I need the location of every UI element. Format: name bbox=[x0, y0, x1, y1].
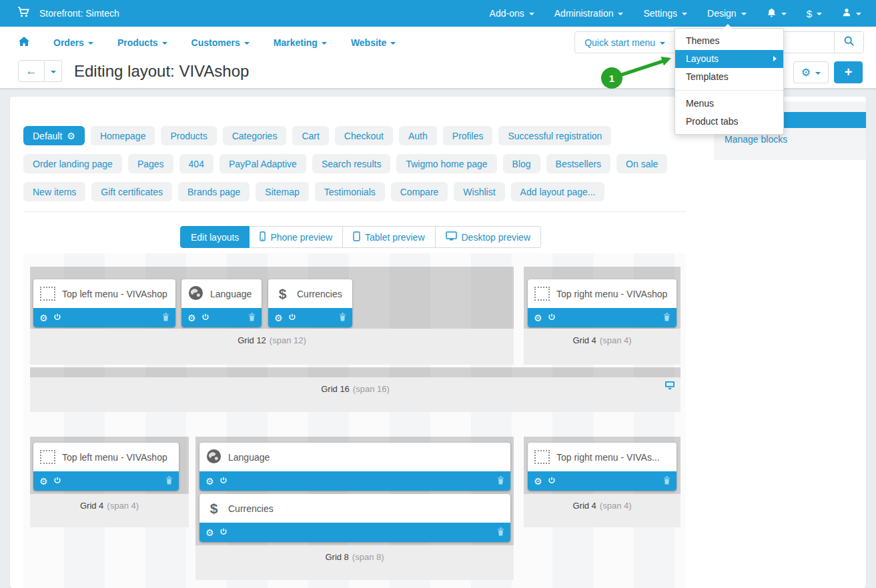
layout-page-pill[interactable]: Wishlist bbox=[454, 182, 504, 201]
search-button[interactable] bbox=[834, 32, 863, 53]
menu-item-layouts[interactable]: Layouts bbox=[675, 50, 783, 68]
block-delete-icon[interactable] bbox=[162, 312, 169, 324]
manage-blocks-link[interactable]: Manage blocks bbox=[725, 134, 787, 145]
layout-page-pill[interactable]: Twigmo home page bbox=[396, 154, 496, 173]
block-delete-icon[interactable] bbox=[165, 475, 173, 487]
block-label: Top right menu - VIVAs... bbox=[556, 452, 660, 463]
menu-item-menus[interactable]: Menus bbox=[675, 95, 783, 113]
tab-phone-preview[interactable]: Phone preview bbox=[250, 226, 343, 248]
home-button[interactable] bbox=[19, 37, 29, 48]
block-power-icon[interactable] bbox=[548, 312, 556, 324]
block-settings-icon[interactable]: ⚙ bbox=[274, 313, 283, 323]
block-top-left-menu[interactable]: Top left menu - VIVAshop ⚙ bbox=[33, 443, 179, 491]
tab-tablet-preview[interactable]: Tablet preview bbox=[343, 226, 436, 248]
nav-item-marketing[interactable]: Marketing bbox=[274, 37, 327, 48]
layout-page-pill[interactable]: Blog bbox=[503, 154, 540, 173]
desktop-only-icon[interactable] bbox=[665, 381, 675, 392]
layout-page-pill-default[interactable]: Default ⚙ bbox=[23, 126, 85, 145]
currency-menu[interactable]: $ bbox=[807, 8, 822, 19]
nav-item-website[interactable]: Website bbox=[351, 37, 396, 48]
layout-editor-canvas: Top left menu - VIVAshop ⚙ Language ⚙ $ … bbox=[23, 253, 686, 588]
layout-page-pill[interactable]: Testimonials bbox=[315, 182, 385, 201]
layout-page-pill[interactable]: Order landing page bbox=[23, 154, 122, 173]
menu-item-product-tabs[interactable]: Product tabs bbox=[675, 113, 783, 131]
block-settings-icon[interactable]: ⚙ bbox=[534, 476, 542, 487]
nav-item-products[interactable]: Products bbox=[117, 37, 167, 48]
block-language[interactable]: Language ⚙ bbox=[181, 279, 262, 327]
nav-item-orders[interactable]: Orders bbox=[53, 37, 93, 48]
block-label: Currencies bbox=[228, 503, 274, 514]
chevron-down-icon bbox=[660, 42, 665, 45]
topbar-item-addons[interactable]: Add-ons bbox=[490, 8, 534, 19]
block-delete-icon[interactable] bbox=[663, 475, 671, 487]
topbar-item-administration[interactable]: Administration bbox=[554, 8, 624, 19]
settings-dropdown-button[interactable]: ⚙ bbox=[793, 61, 829, 83]
block-settings-icon[interactable]: ⚙ bbox=[39, 313, 48, 323]
block-top-left-menu[interactable]: Top left menu - VIVAshop ⚙ bbox=[33, 279, 175, 327]
block-settings-icon[interactable]: ⚙ bbox=[205, 527, 214, 538]
grid8-label-area: Grid 8(span 8) bbox=[195, 545, 514, 580]
back-button[interactable]: ← bbox=[18, 60, 45, 82]
topbar-item-settings[interactable]: Settings bbox=[643, 8, 687, 19]
quick-start-menu-button[interactable]: Quick start menu bbox=[575, 32, 675, 53]
block-currencies[interactable]: $ Currencies ⚙ bbox=[268, 279, 352, 327]
block-power-icon[interactable] bbox=[220, 527, 228, 539]
user-menu[interactable] bbox=[842, 7, 861, 19]
layout-page-pill[interactable]: Categories bbox=[223, 126, 287, 145]
topbar-item-design[interactable]: Design bbox=[707, 8, 747, 19]
layout-page-pill[interactable]: On sale bbox=[616, 154, 667, 173]
tab-edit-layouts[interactable]: Edit layouts bbox=[180, 226, 250, 248]
divider bbox=[23, 211, 686, 212]
storefront-label[interactable]: Storefront: Simtech bbox=[39, 8, 119, 19]
layout-page-pill[interactable]: Pages bbox=[128, 154, 173, 173]
block-top-right-menu[interactable]: Top right menu - VIVAs... ⚙ bbox=[528, 443, 677, 491]
layout-page-pill[interactable]: Homepage bbox=[91, 126, 155, 145]
layout-page-pill[interactable]: Auth bbox=[399, 126, 437, 145]
block-settings-icon[interactable]: ⚙ bbox=[39, 476, 48, 487]
tab-desktop-preview[interactable]: Desktop preview bbox=[436, 226, 542, 248]
layout-page-pill[interactable]: Profiles bbox=[443, 126, 493, 145]
layout-page-pill[interactable]: Successful registration bbox=[498, 126, 611, 145]
notifications-menu[interactable] bbox=[767, 7, 787, 20]
block-settings-icon[interactable]: ⚙ bbox=[205, 476, 214, 487]
layout-page-pill[interactable]: PayPal Adaptive bbox=[220, 154, 306, 173]
nav-item-customers[interactable]: Customers bbox=[191, 37, 250, 48]
block-language[interactable]: Language ⚙ bbox=[199, 443, 510, 491]
layout-page-pill[interactable]: Bestsellers bbox=[546, 154, 610, 173]
back-dropdown-button[interactable] bbox=[45, 60, 62, 82]
layout-page-pill[interactable]: Brands page bbox=[178, 182, 250, 201]
layout-page-pill[interactable]: Cart bbox=[292, 126, 328, 145]
layout-page-pill[interactable]: Sitemap bbox=[256, 182, 308, 201]
layout-page-pill[interactable]: Checkout bbox=[335, 126, 393, 145]
block-delete-icon[interactable] bbox=[663, 312, 671, 324]
annotation-arrow bbox=[618, 52, 679, 79]
chevron-down-icon bbox=[529, 13, 534, 15]
block-top-right-menu[interactable]: Top right menu - VIVAshop ⚙ bbox=[528, 279, 677, 327]
add-button[interactable]: + bbox=[834, 61, 863, 83]
block-settings-icon[interactable]: ⚙ bbox=[534, 313, 542, 323]
layout-page-pill[interactable]: Products bbox=[161, 126, 216, 145]
block-power-icon[interactable] bbox=[201, 312, 209, 324]
block-power-icon[interactable] bbox=[53, 312, 61, 324]
menu-item-themes[interactable]: Themes bbox=[675, 32, 783, 50]
block-delete-icon[interactable] bbox=[497, 527, 504, 539]
layout-page-pill[interactable]: Gift certificates bbox=[91, 182, 172, 201]
block-power-icon[interactable] bbox=[288, 312, 296, 324]
block-power-icon[interactable] bbox=[548, 475, 556, 487]
block-delete-icon[interactable] bbox=[339, 312, 346, 324]
layout-page-pill[interactable]: 404 bbox=[179, 154, 213, 173]
block-power-icon[interactable] bbox=[53, 475, 61, 487]
layout-page-pill[interactable]: New items bbox=[23, 182, 85, 201]
layout-page-pill[interactable]: Search results bbox=[312, 154, 390, 173]
block-currencies[interactable]: $ Currencies ⚙ bbox=[199, 494, 510, 542]
block-settings-icon[interactable]: ⚙ bbox=[187, 313, 196, 323]
gear-icon[interactable]: ⚙ bbox=[67, 131, 75, 141]
menu-item-templates[interactable]: Templates bbox=[675, 68, 783, 86]
layout-page-pill[interactable]: Compare bbox=[391, 182, 448, 201]
block-delete-icon[interactable] bbox=[497, 475, 504, 487]
cart-icon[interactable] bbox=[17, 7, 30, 20]
block-delete-icon[interactable] bbox=[248, 312, 256, 324]
dollar-icon: $ bbox=[206, 501, 222, 517]
layout-page-pill-add[interactable]: Add layout page... bbox=[511, 182, 605, 201]
block-power-icon[interactable] bbox=[220, 475, 228, 487]
